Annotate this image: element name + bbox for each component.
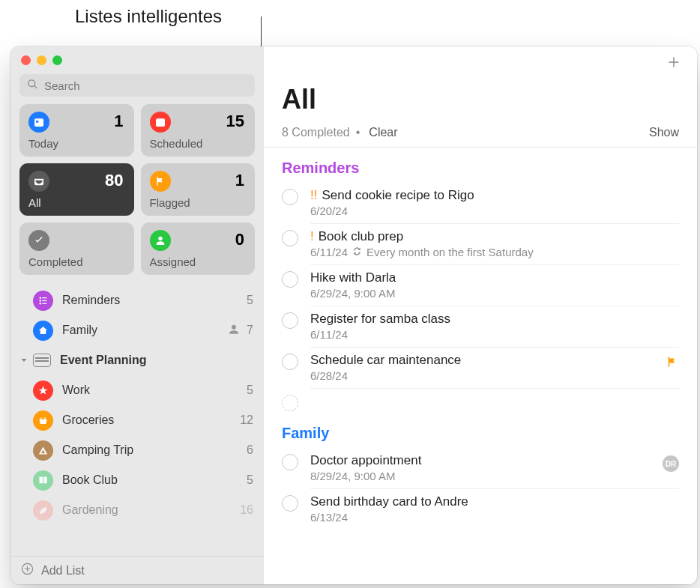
section-heading-reminders[interactable]: Reminders: [264, 152, 697, 183]
completed-label: Completed: [28, 255, 83, 268]
reminders-content: Reminders !! Send cookie recipe to Rigo …: [264, 148, 697, 584]
complete-toggle[interactable]: [282, 495, 298, 512]
search-input[interactable]: [44, 79, 247, 92]
svg-rect-2: [156, 118, 165, 127]
house-icon: [33, 321, 53, 341]
assigned-count: 0: [235, 230, 244, 249]
complete-toggle[interactable]: [282, 271, 298, 288]
smart-list-flagged[interactable]: 1 Flagged: [141, 163, 256, 216]
list-label: Book Club: [62, 473, 118, 487]
svg-rect-1: [36, 121, 38, 123]
list-label: Work: [62, 384, 90, 397]
reminder-item[interactable]: ! Book club prep 6/11/24 Every month on …: [264, 224, 697, 264]
svg-point-4: [40, 297, 42, 299]
list-gardening[interactable]: Gardening 16: [10, 495, 264, 525]
complete-toggle[interactable]: [282, 354, 298, 370]
list-count: 12: [240, 413, 253, 427]
completed-bar: 8 Completed • Clear Show: [264, 126, 697, 147]
all-count: 80: [105, 171, 123, 190]
list-count: 5: [247, 473, 253, 487]
list-reminders[interactable]: Reminders 5: [10, 285, 264, 315]
leaf-icon: [33, 500, 53, 521]
list-bookclub[interactable]: Book Club 5: [10, 465, 264, 495]
priority-indicator: !!: [310, 188, 317, 203]
reminder-meta: 6/29/24, 9:00 AM: [310, 287, 679, 300]
search-field[interactable]: [19, 74, 255, 97]
search-icon: [27, 79, 38, 93]
complete-toggle[interactable]: [282, 189, 298, 205]
reminder-item[interactable]: Hike with Darla 6/29/24, 9:00 AM: [264, 265, 697, 306]
smart-lists: 1 Today 15 Scheduled 80 All: [10, 104, 264, 282]
list-label: Family: [62, 324, 97, 337]
reminder-title: Doctor appointment: [310, 453, 421, 468]
list-groceries[interactable]: Groceries 12: [10, 405, 264, 435]
reminder-meta: 6/13/24: [310, 511, 679, 524]
reminder-item[interactable]: !! Send cookie recipe to Rigo 6/20/24: [264, 183, 697, 223]
smart-list-all[interactable]: 80 All: [19, 163, 134, 216]
reminder-title: Send birthday card to Andre: [310, 494, 468, 509]
list-count: 5: [247, 384, 253, 397]
show-completed-button[interactable]: Show: [649, 126, 679, 139]
new-reminder-placeholder[interactable]: [264, 389, 697, 417]
list-group-event-planning[interactable]: Event Planning: [10, 345, 264, 375]
today-count: 1: [114, 112, 123, 131]
checkmark-icon: [28, 230, 49, 251]
today-label: Today: [28, 137, 58, 150]
complete-toggle[interactable]: [282, 230, 298, 246]
flag-icon: [150, 171, 171, 192]
complete-toggle[interactable]: [282, 454, 298, 470]
smart-list-scheduled[interactable]: 15 Scheduled: [141, 104, 256, 157]
list-family[interactable]: Family 7: [10, 315, 264, 345]
priority-indicator: !: [310, 229, 314, 244]
assignee-avatar[interactable]: DR: [663, 455, 679, 472]
reminder-item[interactable]: Doctor appointment 8/29/24, 9:00 AM DR: [264, 448, 697, 488]
list-camping[interactable]: Camping Trip 6: [10, 435, 264, 465]
smart-list-completed[interactable]: Completed: [19, 222, 134, 275]
reminder-item[interactable]: Send birthday card to Andre 6/13/24: [264, 489, 697, 530]
list-label: Camping Trip: [62, 443, 133, 457]
completed-count-text: 8 Completed: [282, 126, 350, 139]
list-count: 5: [247, 294, 253, 307]
reminder-title: Send cookie recipe to Rigo: [322, 188, 474, 203]
list-label: Groceries: [62, 413, 114, 427]
separator-dot: •: [356, 126, 360, 139]
plus-circle-icon: [21, 563, 34, 578]
new-reminder-button[interactable]: [666, 54, 682, 73]
person-icon: [150, 230, 171, 251]
scheduled-count: 15: [226, 112, 244, 131]
complete-toggle-placeholder: [282, 395, 298, 411]
group-label: Event Planning: [60, 354, 147, 367]
basket-icon: [33, 410, 53, 431]
svg-point-8: [40, 303, 42, 305]
flag-icon[interactable]: [666, 355, 679, 372]
reminder-meta: 6/20/24: [310, 204, 679, 217]
svg-rect-7: [42, 300, 46, 300]
close-window-button[interactable]: [21, 55, 31, 65]
reminder-meta: 6/11/24: [310, 328, 679, 341]
reminder-item[interactable]: Schedule car maintenance 6/28/24: [264, 348, 697, 388]
svg-point-3: [158, 237, 162, 240]
section-heading-family[interactable]: Family: [264, 417, 697, 448]
smart-list-assigned[interactable]: 0 Assigned: [141, 222, 256, 275]
clear-completed-button[interactable]: Clear: [369, 126, 397, 139]
reminder-meta: 8/29/24, 9:00 AM: [310, 470, 679, 482]
list-count: 6: [247, 443, 253, 457]
list-count: 7: [247, 324, 253, 337]
reminder-meta: 6/11/24 Every month on the first Saturda…: [310, 246, 679, 258]
page-title: All: [264, 81, 697, 126]
reminder-item[interactable]: Register for samba class 6/11/24: [264, 306, 697, 347]
tent-icon: [33, 440, 53, 461]
repeat-icon: [352, 246, 362, 258]
calendar-today-icon: [28, 112, 49, 133]
add-list-button[interactable]: Add List: [10, 556, 264, 584]
flagged-count: 1: [235, 171, 244, 190]
list-work[interactable]: Work 5: [10, 375, 264, 405]
chevron-down-icon: [19, 356, 28, 365]
add-list-label: Add List: [41, 564, 85, 578]
complete-toggle[interactable]: [282, 312, 298, 329]
main-panel: All 8 Completed • Clear Show Reminders !…: [264, 46, 697, 584]
zoom-window-button[interactable]: [52, 55, 62, 65]
reminder-title: Register for samba class: [310, 312, 450, 327]
minimize-window-button[interactable]: [37, 55, 46, 65]
smart-list-today[interactable]: 1 Today: [19, 104, 134, 157]
